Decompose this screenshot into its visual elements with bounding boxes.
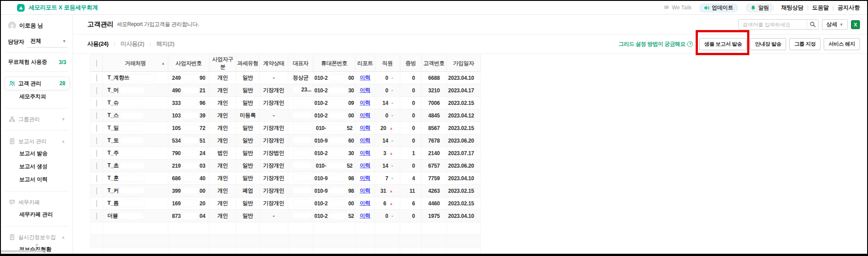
grid-settings-help-link[interactable]: 그리드 설정 방법이 궁금해요 ? xyxy=(619,40,693,48)
column-header-계약상태[interactable]: 계약상태 xyxy=(260,55,288,72)
column-header-리포트[interactable]: 리포트 xyxy=(355,55,375,72)
report-history-link[interactable]: 이력 xyxy=(360,112,371,118)
column-header-휴대폰번호[interactable]: 휴대폰번호 xyxy=(313,55,355,72)
row-checkbox[interactable] xyxy=(96,137,97,144)
sidebar-subitem-보고서 생성[interactable]: 보고서 생성 xyxy=(7,160,67,173)
search-input[interactable] xyxy=(739,20,807,29)
update-button[interactable]: 업데이트 xyxy=(699,3,738,13)
cell-contract: - xyxy=(260,210,288,222)
report-history-link[interactable]: 이력 xyxy=(360,175,371,181)
report-history-link[interactable]: 이력 xyxy=(360,150,371,156)
row-checkbox[interactable] xyxy=(96,187,97,195)
row-checkbox[interactable] xyxy=(96,213,97,220)
cell-staff: 14- xyxy=(375,135,400,147)
detail-search-button[interactable]: 상세▼ xyxy=(822,19,848,30)
report-history-link[interactable]: 이력 xyxy=(360,187,371,194)
cell-customer-no: 4460 xyxy=(422,197,447,210)
redaction-blur xyxy=(120,213,144,219)
redaction-blur xyxy=(120,113,144,118)
sidebar-item-세무카페[interactable]: 세무카페 xyxy=(7,196,67,208)
report-history-link[interactable]: 이력 xyxy=(360,162,371,169)
row-checkbox[interactable] xyxy=(96,112,97,119)
report-history-link[interactable]: 이력 xyxy=(360,125,371,131)
cell-name: T_주 xyxy=(103,147,168,160)
sidebar-subitem-보고서 이력[interactable]: 보고서 이력 xyxy=(7,173,67,186)
excel-export-button[interactable]: X xyxy=(851,20,860,29)
row-checkbox[interactable] xyxy=(96,175,97,182)
column-header-과세유형[interactable]: 과세유형 xyxy=(236,55,260,72)
cell-staff: 31▲ xyxy=(375,185,400,197)
sidebar-item-보고서 관리[interactable]: 보고서 관리▲ xyxy=(7,135,67,147)
redaction-blur xyxy=(182,100,198,106)
report-history-link[interactable]: 이력 xyxy=(360,137,371,143)
cell-ceo xyxy=(288,172,313,185)
cell-phone: 010-52 xyxy=(313,160,355,172)
topbar-link-1[interactable]: 채팅상담 xyxy=(781,4,804,12)
report-history-link[interactable]: 이력 xyxy=(360,213,371,219)
cell-join-date: 2023.02.15 xyxy=(447,185,481,197)
we-talk-button[interactable]: We Talk xyxy=(663,4,692,11)
column-header-가입일자[interactable]: 가입일자 xyxy=(447,55,481,72)
tab-해지(2)[interactable]: 해지(2) xyxy=(156,40,174,48)
cell-biz-type: 개인 xyxy=(210,160,236,172)
report-history-link[interactable]: 이력 xyxy=(360,74,371,81)
table-row: T_주79024법인일반기장법인010-230이력3▲121402023.07.… xyxy=(90,147,481,160)
select-all-checkbox[interactable] xyxy=(96,60,97,67)
row-checkbox[interactable] xyxy=(96,162,97,169)
row-checkbox[interactable] xyxy=(96,125,97,132)
column-header-사업자구분[interactable]: 사업자구분 xyxy=(210,55,236,72)
column-header-사업자번호[interactable]: 사업자번호 xyxy=(168,55,210,72)
sidebar-subitem-보고서 발송[interactable]: 보고서 발송 xyxy=(7,147,67,160)
row-checkbox-cell xyxy=(90,72,103,84)
cell-customer-no: 7759 xyxy=(422,172,447,185)
sidebar-item-고객 관리[interactable]: 고객 관리28 xyxy=(4,77,70,90)
sidebar-item-그룹관리[interactable]: 그룹관리▼ xyxy=(7,113,67,125)
row-checkbox[interactable] xyxy=(96,200,97,207)
cell-phone: 010-230 xyxy=(313,84,355,97)
report-history-link[interactable]: 이력 xyxy=(360,87,371,93)
redaction-blur xyxy=(293,112,312,118)
app-logo-icon xyxy=(17,4,25,12)
action-button-그룹 지정[interactable]: 그룹 지정 xyxy=(789,38,821,50)
search-button[interactable] xyxy=(807,20,818,29)
row-checkbox[interactable] xyxy=(96,100,97,107)
action-button-샘플 보고서 발송[interactable]: 샘플 보고서 발송 xyxy=(699,38,747,50)
cell-contract: 기장개인 xyxy=(260,122,288,135)
row-checkbox[interactable] xyxy=(96,150,97,157)
row-checkbox-cell xyxy=(90,84,103,97)
sidebar-item-실시간정보수집[interactable]: 실시간정보수집▲ xyxy=(7,231,67,243)
redaction-blur xyxy=(293,137,312,143)
column-header-고객번호[interactable]: 고객번호 xyxy=(422,55,447,72)
column-header-직원[interactable]: 직원 xyxy=(375,55,400,72)
topbar-link-2[interactable]: 도움말 xyxy=(812,4,829,12)
cell-evidence: 0 xyxy=(400,160,422,172)
redaction-blur xyxy=(182,138,198,143)
sidebar-subitem-세모주치의[interactable]: 세모주치의 xyxy=(7,90,67,103)
alarm-button[interactable]: 알림 xyxy=(745,3,774,13)
report-icon xyxy=(9,138,15,144)
trend-up-icon: ▲ xyxy=(389,201,393,206)
column-header-대표자[interactable]: 대표자 xyxy=(288,55,313,72)
report-history-link[interactable]: 이력 xyxy=(360,100,371,106)
chevron-down-icon: ▼ xyxy=(61,117,65,121)
tab-사용(24)[interactable]: 사용(24) xyxy=(87,40,108,48)
report-history-link[interactable]: 이력 xyxy=(360,200,371,206)
manager-select[interactable]: 전체 ▼ xyxy=(27,36,67,48)
empty-table-row xyxy=(90,222,481,235)
sidebar-scroll-chevron-icon[interactable]: ▼ xyxy=(34,243,39,247)
cell-report: 이력 xyxy=(355,147,375,160)
cell-name: 더블 xyxy=(103,210,168,222)
row-checkbox[interactable] xyxy=(96,74,97,82)
sidebar-horizontal-scrollbar[interactable] xyxy=(1,250,43,252)
action-button-서비스 해지[interactable]: 서비스 해지 xyxy=(824,38,860,50)
row-checkbox-cell xyxy=(90,135,103,147)
action-button-안내장 발송[interactable]: 안내장 발송 xyxy=(750,38,786,50)
row-checkbox[interactable] xyxy=(96,87,97,94)
topbar-link-3[interactable]: 공지사항 xyxy=(838,4,860,12)
cell-join-date: 2023.07.17 xyxy=(447,147,481,160)
user-profile[interactable]: 이로움 님 xyxy=(8,22,67,30)
sidebar-subitem-세무카페 관리[interactable]: 세무카페 관리 xyxy=(7,208,67,221)
column-header-거래처명[interactable]: 거래처명▲ xyxy=(103,55,168,72)
column-header-증빙[interactable]: 증빙 xyxy=(400,55,422,72)
tab-미사용(2)[interactable]: 미사용(2) xyxy=(120,40,144,48)
